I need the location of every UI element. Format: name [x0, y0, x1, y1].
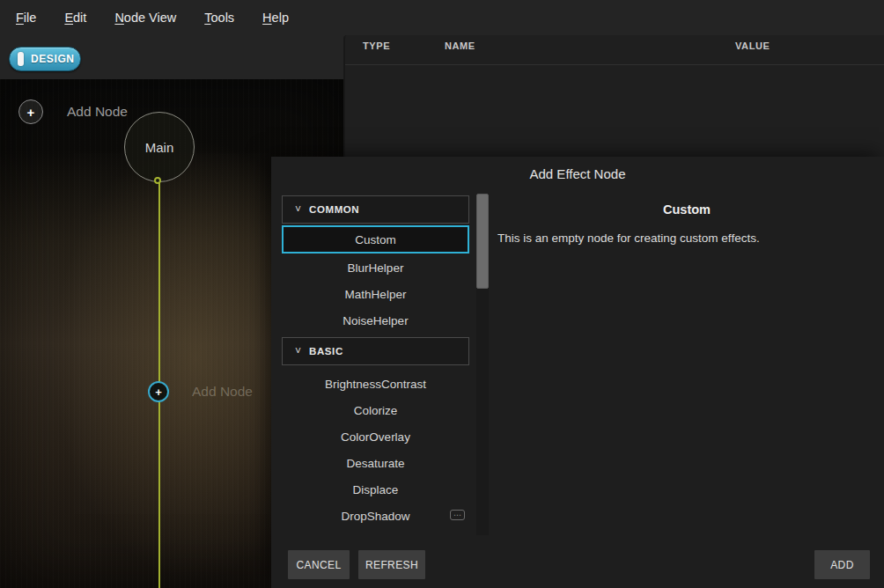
- add-effect-node-dialog: Add Effect Node ˅ COMMON Custom BlurHelp…: [271, 157, 884, 588]
- plus-icon: +: [148, 381, 169, 402]
- add-node-button-mid[interactable]: + Add Node: [148, 381, 253, 402]
- chevron-down-icon: ˅: [295, 203, 307, 216]
- list-scrollbar[interactable]: [476, 194, 489, 535]
- column-header-value: VALUE: [735, 40, 770, 51]
- refresh-button[interactable]: REFRESH: [358, 550, 425, 579]
- menu-tools[interactable]: Tools: [204, 11, 234, 25]
- column-header-type: TYPE: [363, 40, 390, 51]
- parameters-header-row: TYPE NAME VALUE: [345, 40, 884, 58]
- list-item-custom[interactable]: Custom: [282, 225, 469, 254]
- list-item-brightnesscontrast[interactable]: BrightnessContrast: [282, 371, 469, 397]
- main-node-label: Main: [145, 140, 174, 155]
- add-node-label: Add Node: [192, 384, 253, 400]
- menu-edit[interactable]: Edit: [64, 11, 86, 25]
- list-item-colorize[interactable]: Colorize: [282, 397, 469, 423]
- main-node-output-port[interactable]: [154, 177, 161, 184]
- list-item-mathhelper[interactable]: MathHelper: [282, 281, 469, 307]
- effect-node-list: ˅ COMMON Custom BlurHelper MathHelper No…: [282, 195, 469, 529]
- menu-node-view[interactable]: Node View: [114, 11, 176, 25]
- list-item-dropshadow[interactable]: DropShadow ⋯: [282, 503, 469, 529]
- design-mode-toggle[interactable]: DESIGN: [9, 47, 81, 71]
- app-window: File Edit Node View Tools Help DESIGN →|…: [0, 0, 884, 588]
- add-node-label: Add Node: [67, 104, 128, 120]
- effect-detail-pane: Custom This is an empty node for creatin…: [490, 157, 884, 544]
- cancel-button[interactable]: CANCEL: [288, 550, 350, 579]
- header-divider: [345, 64, 884, 65]
- add-button[interactable]: ADD: [814, 550, 870, 579]
- selected-effect-description: This is an empty node for creating custo…: [497, 232, 877, 245]
- menu-help[interactable]: Help: [262, 11, 289, 25]
- selected-effect-title: Custom: [490, 202, 884, 217]
- add-node-button-top[interactable]: + Add Node: [18, 99, 128, 124]
- section-header-common[interactable]: ˅ COMMON: [282, 195, 469, 224]
- chevron-down-icon: ˅: [295, 345, 307, 357]
- list-item-noisehelper[interactable]: NoiseHelper: [282, 307, 469, 334]
- scrollbar-thumb[interactable]: [476, 194, 489, 289]
- list-item-coloroverlay[interactable]: ColorOverlay: [282, 423, 469, 450]
- main-node[interactable]: Main: [124, 112, 195, 182]
- toggle-knob-icon: [18, 52, 24, 66]
- design-toggle-label: DESIGN: [31, 53, 75, 65]
- ellipsis-icon: ⋯: [450, 510, 465, 520]
- section-header-basic[interactable]: ˅ BASIC: [282, 337, 469, 365]
- menu-file[interactable]: File: [16, 11, 36, 25]
- list-item-blurhelper[interactable]: BlurHelper: [282, 254, 469, 281]
- list-item-displace[interactable]: Displace: [282, 476, 469, 503]
- column-header-name: NAME: [445, 40, 475, 51]
- list-item-desaturate[interactable]: Desaturate: [282, 450, 469, 476]
- plus-icon: +: [18, 99, 43, 124]
- menu-bar: File Edit Node View Tools Help: [0, 0, 884, 35]
- toolbar: DESIGN →|←: [0, 35, 343, 79]
